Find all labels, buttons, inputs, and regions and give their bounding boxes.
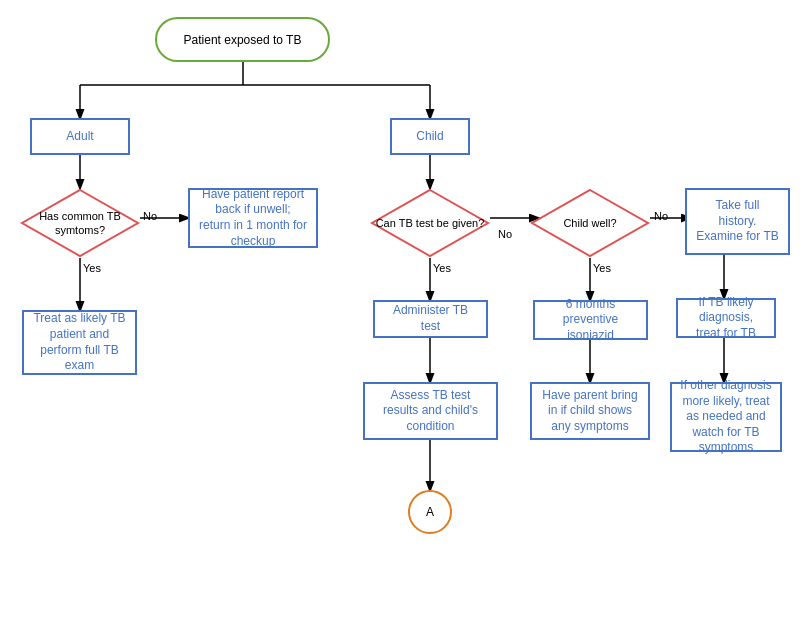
parent-bring-node: Have parent bring in if child shows any … — [530, 382, 650, 440]
label-yes-tbtest: Yes — [433, 262, 451, 274]
full-history-node: Take full history. Examine for TB — [685, 188, 790, 255]
adult-node: Adult — [30, 118, 130, 155]
circle-a-node: A — [408, 490, 452, 534]
assess-tb-node: Assess TB test results and child's condi… — [363, 382, 498, 440]
diamond-tb-test: Can TB test be given? — [370, 188, 490, 258]
label-no-tbtest: No — [498, 228, 512, 240]
diamond-child-well: Child well? — [530, 188, 650, 258]
label-no-adult: No — [143, 210, 157, 222]
other-diagnosis-node: If other diagnosis more likely, treat as… — [670, 382, 782, 452]
start-node: Patient exposed to TB — [155, 17, 330, 62]
child-node: Child — [390, 118, 470, 155]
label-yes-adult: Yes — [83, 262, 101, 274]
diamond-adult-symptoms: Has common TB symtoms? — [20, 188, 140, 258]
label-yes-childwell: Yes — [593, 262, 611, 274]
if-tb-likely-node: If TB likely diagnosis, treat for TB — [676, 298, 776, 338]
preventive-node: 6 months preventive isoniazid — [533, 300, 648, 340]
flowchart: Patient exposed to TB Adult Child Has co… — [0, 0, 800, 638]
yes-action-adult-node: Treat as likely TB patient and perform f… — [22, 310, 137, 375]
label-no-childwell: No — [654, 210, 668, 222]
no-action-adult-node: Have patient report back if unwell; retu… — [188, 188, 318, 248]
administer-tb-node: Administer TB test — [373, 300, 488, 338]
